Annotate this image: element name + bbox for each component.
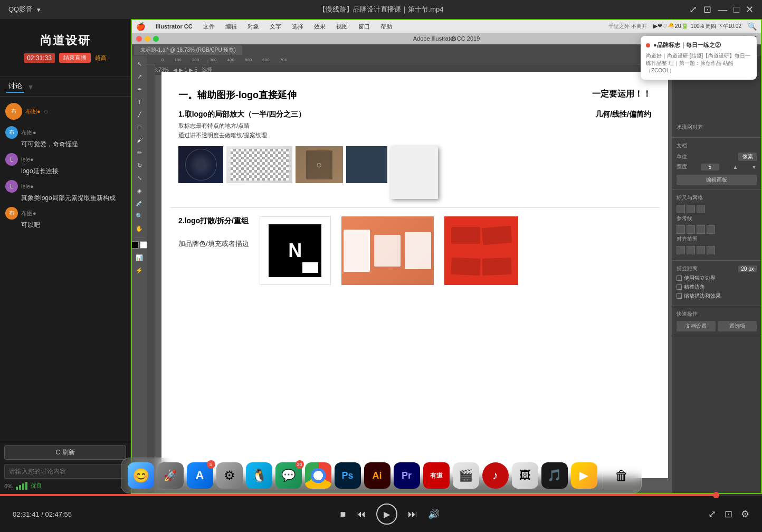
ref-icon4[interactable] xyxy=(707,225,715,234)
end-live-button[interactable]: 结束直播 xyxy=(59,53,91,63)
dock-preview[interactable]: 🖼 xyxy=(512,462,538,489)
width-stepper-up[interactable]: ▲ xyxy=(732,164,738,170)
progress-bar-container[interactable] xyxy=(0,494,762,496)
dock-appstore[interactable]: A 5 xyxy=(187,462,213,489)
ai-menu-text[interactable]: 文字 xyxy=(265,23,285,31)
finder-icon: 😊 xyxy=(132,468,149,484)
maximize-window-button[interactable] xyxy=(153,36,159,42)
ref-icon1[interactable] xyxy=(677,225,685,234)
ai-menu-view[interactable]: 视图 xyxy=(332,23,352,31)
zoom-tool[interactable]: 🔍 xyxy=(134,210,145,222)
align-icon1[interactable] xyxy=(677,246,685,254)
cb-texture[interactable] xyxy=(677,276,682,281)
paintbrush-tool[interactable]: 🖌 xyxy=(134,134,145,146)
edit-artboards-btn[interactable]: 编辑画板 xyxy=(677,175,757,185)
scale-tool[interactable]: ⤡ xyxy=(134,172,145,184)
title-bar-left: QQ影音 ▾ xyxy=(8,5,41,14)
dock-premiere[interactable]: Pr xyxy=(394,462,420,489)
pencil-tool[interactable]: ✏ xyxy=(134,147,145,158)
dock-launchpad[interactable]: 🚀 xyxy=(157,462,184,489)
eyedropper-tool[interactable]: 💉 xyxy=(134,197,145,209)
doc-settings-button[interactable]: 文档设置 xyxy=(677,321,716,331)
ref-icon3[interactable] xyxy=(697,225,705,234)
dock-qqvideo[interactable]: ▶ xyxy=(571,462,597,489)
cb-rounded[interactable] xyxy=(677,284,682,290)
ai-menu-effect[interactable]: 效果 xyxy=(310,23,330,31)
rotate-tool[interactable]: ↻ xyxy=(134,159,145,171)
ruler-icon[interactable] xyxy=(677,205,685,213)
dock-photoshop[interactable]: Ps xyxy=(335,462,361,489)
pen-tool[interactable]: ✒ xyxy=(134,83,145,95)
dock-finalcut[interactable]: 🎬 xyxy=(453,462,479,489)
dock-netease[interactable]: ♪ xyxy=(482,462,509,489)
width-stepper-down[interactable]: ▼ xyxy=(751,164,757,170)
dock-qq[interactable]: 🐧 xyxy=(246,462,272,489)
snap-value[interactable]: 20 px xyxy=(738,265,757,272)
fullscreen-ctrl-icon[interactable]: ⤢ xyxy=(708,508,716,520)
cb-scale[interactable] xyxy=(677,293,682,299)
type-tool[interactable]: T xyxy=(134,96,145,108)
prev-button[interactable]: ⏮ xyxy=(356,509,366,520)
pip-button[interactable]: ⊡ xyxy=(703,4,711,15)
rect-tool[interactable]: □ xyxy=(134,121,145,133)
progress-fill[interactable] xyxy=(0,494,716,496)
section2-title: 2.logo打散/拆分/重组 xyxy=(178,216,249,226)
search-system-icon[interactable]: 🔍 xyxy=(748,22,757,31)
settings-ctrl-icon[interactable]: ⚙ xyxy=(741,508,749,520)
ref-icon2[interactable] xyxy=(687,225,695,234)
line-tool[interactable]: ╱ xyxy=(134,109,145,120)
ai-menu-object[interactable]: 对象 xyxy=(243,23,263,31)
section2-text: 2.logo打散/拆分/重组 加品牌色/填充或者描边 xyxy=(178,216,249,285)
blend-tool[interactable]: ◈ xyxy=(134,185,145,196)
slice-tool[interactable]: ⚡ xyxy=(134,264,145,276)
tab-discuss[interactable]: 讨论 xyxy=(6,80,24,93)
dock-music[interactable]: 🎵 xyxy=(541,462,568,489)
unit-select[interactable]: 像素 xyxy=(738,153,757,161)
design-content: 一。辅助图形-logo直接延伸 一定要运用！！ 1.取logo的局部放大（一半/… xyxy=(161,72,668,478)
fill-swatch[interactable] xyxy=(132,241,139,249)
ai-menu-help[interactable]: 帮助 xyxy=(376,23,396,31)
grid-icon[interactable] xyxy=(687,205,695,213)
select-tool[interactable]: ↖ xyxy=(134,58,145,70)
stop-button[interactable]: ■ xyxy=(340,509,346,520)
align-icon4[interactable] xyxy=(707,246,715,254)
direct-select-tool[interactable]: ↗ xyxy=(134,71,145,82)
next-button[interactable]: ⏭ xyxy=(408,509,417,520)
dock-youdao[interactable]: 有道 xyxy=(423,462,450,489)
fullscreen-button[interactable]: ⤢ xyxy=(689,4,697,15)
ai-menu-edit[interactable]: 编辑 xyxy=(221,23,241,31)
grid2-icon[interactable] xyxy=(697,205,705,213)
dock-chrome[interactable] xyxy=(305,462,331,489)
dock-trash[interactable]: 🗑 xyxy=(608,462,635,489)
close-button[interactable]: ✕ xyxy=(746,4,754,15)
cast-ctrl-icon[interactable]: ⊡ xyxy=(725,508,732,520)
ai-app-name[interactable]: Illustrator CC xyxy=(151,23,197,30)
ai-menu-window[interactable]: 窗口 xyxy=(354,23,374,31)
dock-settings[interactable]: ⚙ xyxy=(216,462,243,489)
dock-illustrator[interactable]: Ai xyxy=(364,462,390,489)
properties-button[interactable]: 置选项 xyxy=(718,321,757,331)
hand-tool[interactable]: ✋ xyxy=(134,223,145,234)
minimize-button[interactable]: — xyxy=(718,4,727,15)
play-button[interactable]: ▶ xyxy=(376,504,397,525)
app-dropdown-icon[interactable]: ▾ xyxy=(37,6,41,14)
restore-button[interactable]: □ xyxy=(734,4,739,15)
ai-menu-select[interactable]: 选择 xyxy=(288,23,308,31)
section2-desc: 加品牌色/填充或者描边 xyxy=(178,239,249,250)
volume-button[interactable]: 🔊 xyxy=(428,508,440,520)
dock-finder[interactable]: 😊 xyxy=(128,462,154,489)
canvas-document[interactable]: 一。辅助图形-logo直接延伸 一定要运用！！ 1.取logo的局部放大（一半/… xyxy=(161,72,668,478)
minimize-window-button[interactable] xyxy=(145,36,150,42)
align-icon3[interactable] xyxy=(697,246,705,254)
width-value[interactable]: 5 xyxy=(701,164,719,170)
ai-tab-document[interactable]: 未标题-1.ai* @ 18.73% (RGB/CPU 预览) xyxy=(134,45,242,55)
align-icon2[interactable] xyxy=(687,246,695,254)
chat-message-2: L lele● logo延长连接 xyxy=(5,153,125,176)
stroke-swatch[interactable] xyxy=(140,241,147,249)
close-window-button[interactable] xyxy=(136,36,142,42)
ai-menu-file[interactable]: 文件 xyxy=(199,23,219,31)
dock-wechat[interactable]: 💬 20 xyxy=(275,462,302,489)
ai-menu-bar: 🍎 Illustrator CC 文件 编辑 对象 文字 选择 效果 视图 窗口… xyxy=(132,20,761,33)
title-bar-right: ⤢ ⊡ — □ ✕ xyxy=(689,4,754,15)
chart-tool[interactable]: 📊 xyxy=(134,252,145,263)
